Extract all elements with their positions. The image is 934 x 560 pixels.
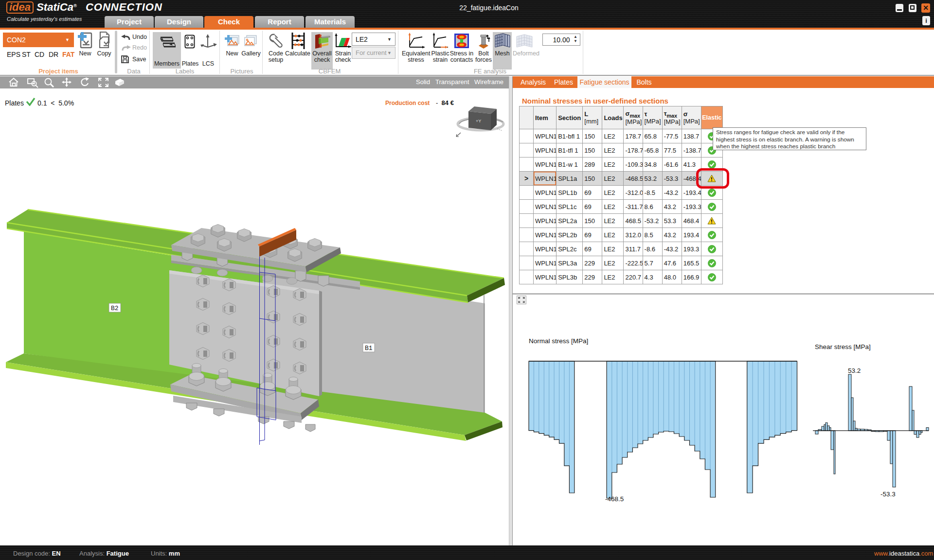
svg-text:B1: B1: [365, 345, 373, 352]
svg-text:53.2: 53.2: [848, 367, 861, 374]
svg-text:+Y: +Y: [476, 119, 481, 123]
svg-text:-53.3: -53.3: [880, 490, 896, 498]
svg-text:Shear stress [MPa]: Shear stress [MPa]: [815, 343, 871, 350]
svg-text:-468.5: -468.5: [605, 495, 624, 503]
svg-text:B2: B2: [111, 305, 119, 312]
svg-text:Normal stress [MPa]: Normal stress [MPa]: [529, 337, 588, 345]
